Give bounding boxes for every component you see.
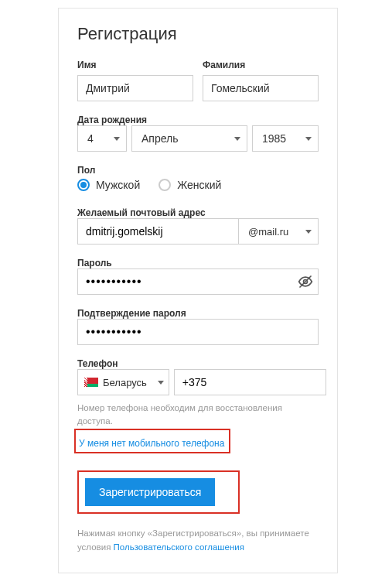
chevron-down-icon bbox=[305, 230, 312, 234]
gender-male-label: Мужской bbox=[96, 179, 140, 191]
email-label: Желаемый почтовый адрес bbox=[77, 207, 206, 218]
first-name-input[interactable] bbox=[77, 75, 193, 101]
dob-section: Дата рождения 4 Апрель 1985 bbox=[77, 114, 319, 152]
dob-day-select[interactable]: 4 bbox=[77, 125, 127, 152]
phone-row: Беларусь bbox=[77, 369, 319, 395]
dob-day-value: 4 bbox=[87, 132, 94, 145]
gender-row: Мужской Женский bbox=[77, 176, 319, 194]
agreement-link[interactable]: Пользовательского соглашения bbox=[114, 542, 244, 552]
dob-month-select[interactable]: Апрель bbox=[131, 125, 247, 152]
password-section: Пароль bbox=[77, 257, 319, 295]
register-button[interactable]: Зарегистрироваться bbox=[85, 478, 215, 506]
chevron-down-icon bbox=[305, 137, 312, 141]
chevron-down-icon bbox=[158, 381, 164, 385]
chevron-down-icon bbox=[114, 137, 120, 141]
phone-country-value: Беларусь bbox=[103, 377, 147, 388]
dob-label: Дата рождения bbox=[77, 115, 147, 125]
annotation-highlight: Зарегистрироваться bbox=[77, 470, 240, 514]
password-confirm-label: Подтверждение пароля bbox=[77, 308, 186, 319]
dob-year-value: 1985 bbox=[262, 132, 286, 145]
dob-row: 4 Апрель 1985 bbox=[77, 125, 319, 152]
password-confirm-input[interactable] bbox=[77, 319, 319, 345]
gender-female-label: Женский bbox=[177, 179, 221, 191]
flag-belarus-icon bbox=[84, 378, 98, 387]
radio-icon bbox=[159, 179, 171, 191]
eye-slash-icon[interactable] bbox=[297, 273, 314, 290]
password-label: Пароль bbox=[77, 258, 112, 268]
email-row: @mail.ru bbox=[77, 218, 319, 245]
registration-form: Регистрация Имя Фамилия Дата рождения 4 … bbox=[58, 8, 338, 573]
gender-section: Пол Мужской Женский bbox=[77, 164, 319, 194]
dob-month-value: Апрель bbox=[141, 132, 179, 145]
no-phone-link[interactable]: У меня нет мобильного телефона bbox=[79, 438, 224, 449]
password-confirm-section: Подтверждение пароля bbox=[77, 307, 319, 345]
email-section: Желаемый почтовый адрес @mail.ru bbox=[77, 207, 319, 245]
email-local-input[interactable] bbox=[77, 218, 238, 245]
name-row: Имя Фамилия bbox=[77, 60, 319, 101]
dob-year-select[interactable]: 1985 bbox=[252, 125, 319, 152]
email-domain-select[interactable]: @mail.ru bbox=[238, 218, 319, 245]
first-name-label: Имя bbox=[77, 60, 193, 70]
phone-section: Телефон Беларусь Номер телефона необходи… bbox=[77, 357, 319, 450]
page-title: Регистрация bbox=[77, 24, 319, 44]
radio-icon bbox=[77, 179, 90, 191]
last-name-label: Фамилия bbox=[203, 60, 319, 70]
gender-female-radio[interactable]: Женский bbox=[159, 179, 221, 191]
gender-label: Пол bbox=[77, 165, 95, 176]
chevron-down-icon bbox=[234, 137, 240, 141]
first-name-field-wrap: Имя bbox=[77, 60, 193, 101]
phone-country-select[interactable]: Беларусь bbox=[77, 369, 169, 395]
last-name-field-wrap: Фамилия bbox=[203, 60, 319, 101]
annotation-highlight: У меня нет мобильного телефона bbox=[74, 429, 230, 453]
terms-footer: Нажимая кнопку «Зарегистрироваться», вы … bbox=[77, 526, 319, 555]
last-name-input[interactable] bbox=[203, 75, 319, 101]
phone-hint: Номер телефона необходим для восстановле… bbox=[77, 402, 319, 429]
gender-male-radio[interactable]: Мужской bbox=[77, 179, 140, 191]
password-input[interactable] bbox=[77, 268, 319, 295]
phone-number-input[interactable] bbox=[174, 369, 326, 395]
email-domain-value: @mail.ru bbox=[248, 226, 288, 238]
phone-label: Телефон bbox=[77, 358, 118, 369]
